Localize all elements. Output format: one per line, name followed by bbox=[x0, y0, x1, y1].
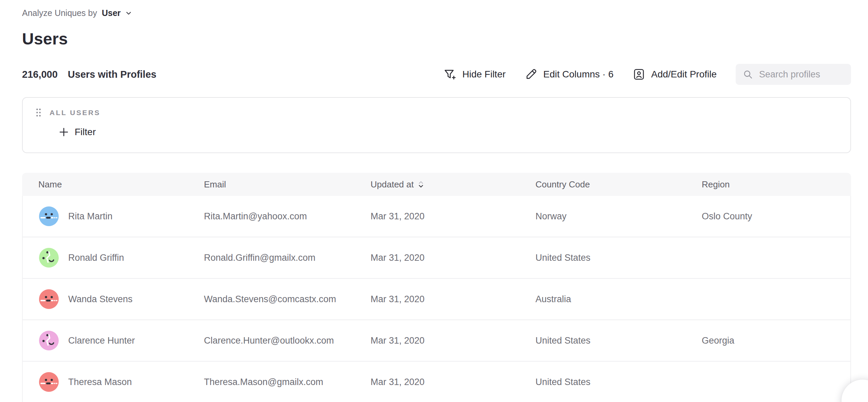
user-region: Georgia bbox=[685, 335, 850, 346]
user-count: 216,000 bbox=[22, 69, 58, 80]
hide-filter-button[interactable]: Hide Filter bbox=[444, 68, 506, 81]
sort-icon[interactable] bbox=[418, 180, 424, 188]
profile-card-icon bbox=[633, 68, 645, 81]
column-header-country-code[interactable]: Country Code bbox=[519, 179, 685, 190]
users-table: Name Email Updated at Country Code Regio… bbox=[22, 173, 851, 402]
user-email: Ronald.Griffin@gmailx.com bbox=[188, 253, 354, 263]
user-name: Rita Martin bbox=[68, 211, 113, 222]
filter-panel: ALL USERS Filter bbox=[22, 97, 851, 153]
search-profiles-input[interactable] bbox=[758, 69, 844, 80]
user-name: Wanda Stevens bbox=[68, 294, 133, 305]
table-body: Rita Martin Rita.Martin@yahoox.com Mar 3… bbox=[22, 196, 851, 402]
user-name: Ronald Griffin bbox=[68, 253, 124, 263]
user-region: Oslo County bbox=[685, 211, 850, 222]
count-toolbar-row: 216,000 Users with Profiles Hide Filter bbox=[22, 64, 851, 85]
user-email: Clarence.Hunter@outlookx.com bbox=[188, 335, 354, 346]
table-header: Name Email Updated at Country Code Regio… bbox=[22, 173, 851, 196]
user-avatar bbox=[39, 206, 59, 226]
user-count-label: Users with Profiles bbox=[68, 69, 156, 80]
funnel-plus-icon bbox=[444, 68, 456, 81]
table-row[interactable]: Ronald Griffin Ronald.Griffin@gmailx.com… bbox=[23, 237, 850, 279]
user-updated-at: Mar 31, 2020 bbox=[354, 211, 519, 222]
user-country-code: Australia bbox=[519, 294, 685, 305]
user-country-code: United States bbox=[519, 335, 685, 346]
user-updated-at: Mar 31, 2020 bbox=[354, 377, 519, 387]
user-country-code: United States bbox=[519, 377, 685, 387]
user-name: Clarence Hunter bbox=[68, 335, 135, 346]
user-country-code: United States bbox=[519, 253, 685, 263]
add-filter-label: Filter bbox=[75, 127, 96, 138]
add-edit-profile-button[interactable]: Add/Edit Profile bbox=[633, 68, 717, 81]
user-avatar bbox=[39, 289, 59, 309]
column-header-region[interactable]: Region bbox=[685, 179, 851, 190]
user-email: Wanda.Stevens@comcastx.com bbox=[188, 294, 354, 305]
analyze-uniques-bar: Analyze Uniques by User bbox=[22, 0, 851, 18]
add-edit-profile-label: Add/Edit Profile bbox=[651, 69, 717, 80]
add-filter-button[interactable]: Filter bbox=[59, 127, 96, 138]
edit-columns-label: Edit Columns · 6 bbox=[543, 69, 614, 80]
analyze-by-dropdown[interactable]: User bbox=[102, 8, 132, 18]
user-avatar bbox=[39, 331, 59, 350]
table-row[interactable]: Rita Martin Rita.Martin@yahoox.com Mar 3… bbox=[23, 196, 850, 237]
page-title: Users bbox=[22, 30, 851, 48]
analyze-by-label: Analyze Uniques by bbox=[22, 8, 97, 18]
users-page: Analyze Uniques by User Users 216,000 Us… bbox=[0, 0, 868, 402]
user-email: Theresa.Mason@gmailx.com bbox=[188, 377, 354, 387]
user-updated-at: Mar 31, 2020 bbox=[354, 294, 519, 305]
search-icon bbox=[742, 69, 753, 80]
edit-columns-button[interactable]: Edit Columns · 6 bbox=[525, 68, 614, 81]
analyze-by-value: User bbox=[102, 8, 121, 18]
user-country-code: Norway bbox=[519, 211, 685, 222]
user-email: Rita.Martin@yahoox.com bbox=[188, 211, 354, 222]
pencil-icon bbox=[525, 68, 537, 81]
user-avatar bbox=[39, 372, 59, 392]
column-header-name[interactable]: Name bbox=[22, 179, 188, 190]
plus-icon bbox=[59, 127, 69, 137]
chevron-down-icon bbox=[125, 10, 132, 17]
all-users-group: ALL USERS bbox=[36, 108, 850, 117]
column-header-updated-at[interactable]: Updated at bbox=[354, 179, 519, 190]
column-header-email[interactable]: Email bbox=[188, 179, 354, 190]
table-row[interactable]: Theresa Mason Theresa.Mason@gmailx.com M… bbox=[23, 362, 850, 402]
table-row[interactable]: Clarence Hunter Clarence.Hunter@outlookx… bbox=[23, 320, 850, 362]
user-count-group: 216,000 Users with Profiles bbox=[22, 69, 156, 80]
hide-filter-label: Hide Filter bbox=[462, 69, 506, 80]
user-name: Theresa Mason bbox=[68, 377, 132, 387]
user-updated-at: Mar 31, 2020 bbox=[354, 253, 519, 263]
user-avatar bbox=[39, 248, 59, 268]
search-box[interactable] bbox=[736, 64, 851, 85]
drag-handle-icon[interactable] bbox=[36, 108, 41, 117]
table-row[interactable]: Wanda Stevens Wanda.Stevens@comcastx.com… bbox=[23, 279, 850, 320]
user-updated-at: Mar 31, 2020 bbox=[354, 335, 519, 346]
filter-group-label: ALL USERS bbox=[50, 109, 100, 117]
toolbar: Hide Filter Edit Columns · 6 bbox=[444, 64, 851, 85]
